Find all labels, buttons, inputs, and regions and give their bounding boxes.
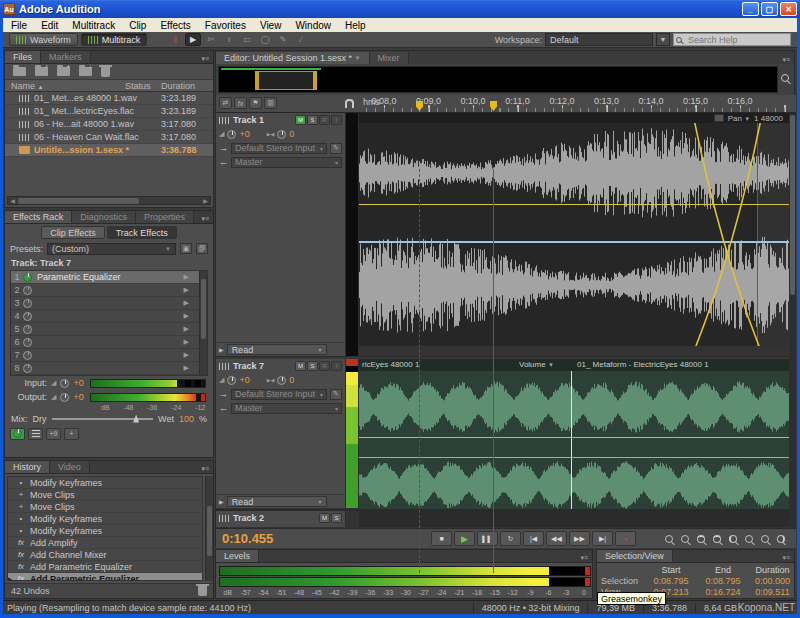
solo-button[interactable]: S (307, 361, 318, 371)
solo-button[interactable]: S (331, 513, 342, 523)
tab-markers[interactable]: Markers (41, 51, 91, 63)
pan-knob[interactable] (277, 130, 286, 139)
zoom-out-horizontal-button[interactable] (710, 532, 724, 546)
mix-slider-handle[interactable] (133, 415, 139, 423)
track-output-select[interactable]: Master▾ (231, 403, 342, 414)
tab-selection-view[interactable]: Selection/View (597, 550, 673, 562)
navigator-zoom-icon[interactable] (778, 71, 792, 85)
tab-history[interactable]: History (5, 461, 50, 473)
track7-waveform[interactable] (359, 371, 789, 509)
presets-select[interactable]: (Custom)▼ (47, 243, 176, 255)
effect-slot[interactable]: 6 ▶ (11, 336, 199, 349)
track-name[interactable]: Track 7 (233, 361, 264, 371)
power-icon[interactable] (23, 312, 32, 321)
effect-slot[interactable]: 1 Parametric Equalizer ▶ (11, 271, 199, 284)
transport-button[interactable]: ▶▶ (569, 531, 590, 546)
volume-knob[interactable] (227, 130, 236, 139)
zoom-out-button[interactable] (678, 532, 692, 546)
history-item[interactable]: • Modify Keyframes (8, 525, 202, 537)
column-duration[interactable]: Duration (161, 81, 213, 91)
panel-menu-icon[interactable]: ▾≡ (782, 554, 794, 562)
slot-arrow-icon[interactable]: ▶ (184, 338, 199, 346)
selection-view-row[interactable]: Selection 0:08.795 0:08.795 0:00.000 (597, 575, 796, 586)
solo-button[interactable]: S (307, 115, 318, 125)
power-icon[interactable] (23, 325, 32, 334)
zoom-selection-button[interactable] (742, 532, 756, 546)
power-icon[interactable] (23, 273, 32, 282)
automation-mode-select[interactable]: Read▾ (227, 496, 327, 507)
marker-icon[interactable]: ⚑ (249, 97, 262, 109)
new-item-icon[interactable]: + (57, 67, 70, 76)
envelope-select[interactable]: Volume ▼ (519, 360, 554, 369)
rack-power-button[interactable] (10, 428, 25, 440)
envelope-select[interactable]: Pan ▼ (728, 114, 750, 123)
history-item[interactable]: • Modify Keyframes (8, 513, 202, 525)
input-gain-knob[interactable] (60, 379, 69, 388)
mute-button[interactable]: M (295, 115, 306, 125)
menu-item[interactable]: Edit (34, 20, 65, 31)
track-input-select[interactable]: Default Stereo Input▾ (231, 143, 327, 154)
tool-button[interactable]: ▶ (185, 33, 201, 46)
input-edit-icon[interactable]: ✎ (330, 389, 342, 400)
minimize-button[interactable]: _ (742, 2, 759, 16)
power-icon[interactable] (23, 299, 32, 308)
menu-item[interactable]: View (253, 20, 289, 31)
history-item[interactable]: • Modify Keyframes (8, 477, 202, 489)
zoom-in-button[interactable] (662, 532, 676, 546)
tab-properties[interactable]: Properties (136, 211, 194, 223)
crossfade-icon[interactable]: ⇄ (219, 97, 232, 109)
effect-slot[interactable]: 3 ▶ (11, 297, 199, 310)
mute-button[interactable]: M (295, 361, 306, 371)
track-effects-button[interactable]: Track Effects (107, 226, 177, 239)
track-name[interactable]: Track 1 (233, 115, 264, 125)
slot-arrow-icon[interactable]: ▶ (184, 312, 199, 320)
clip-effects-icon[interactable]: fx (234, 97, 247, 109)
clip-gain-icon[interactable] (714, 114, 724, 122)
slot-arrow-icon[interactable]: ▶ (184, 299, 199, 307)
file-row[interactable]: 06 - He...ait 48000 1.wav 3:17.080 (5, 118, 213, 131)
history-item[interactable]: fx Add Channel Mixer (8, 549, 202, 561)
save-preset-icon[interactable]: ▣ (180, 243, 192, 254)
track7-clip-header[interactable]: ricEyes 48000 1 Volume ▼ 01_ Metaform - … (359, 359, 789, 371)
menu-item[interactable]: Clip (122, 20, 153, 31)
volume-knob[interactable] (227, 376, 236, 385)
add-effect-button[interactable]: + (64, 428, 79, 440)
zoom-out-full-button[interactable] (758, 532, 772, 546)
arm-record-button[interactable]: R (319, 361, 330, 371)
arm-record-button[interactable]: R (319, 115, 330, 125)
waveform-view-button[interactable]: Waveform (9, 33, 78, 46)
track-output-select[interactable]: Master▾ (231, 157, 342, 168)
timeline-ruler[interactable]: ⇄ fx ⚑ ▥ hms 0:08,00:09,00:10,00:11,00:1… (216, 95, 796, 113)
tool-button[interactable]: I (221, 33, 237, 46)
effect-slot[interactable]: 7 ▶ (11, 349, 199, 362)
insert-into-multitrack-icon[interactable]: ↓ (79, 67, 92, 76)
panel-menu-icon[interactable]: ▾≡ (201, 465, 213, 473)
panel-menu-icon[interactable]: ▾≡ (782, 56, 794, 64)
tab-diagnostics[interactable]: Diagnostics (72, 211, 136, 223)
import-media-icon[interactable]: ♪ (35, 67, 48, 76)
slot-arrow-icon[interactable]: ▶ (184, 364, 199, 372)
transport-button[interactable]: ■ (431, 531, 452, 546)
pre-fader-button[interactable]: +9 (46, 428, 61, 440)
monitor-input-button[interactable]: I (331, 115, 342, 125)
trash-icon[interactable] (101, 67, 110, 77)
track1-waveform[interactable] (359, 123, 789, 346)
output-gain-knob[interactable] (60, 393, 69, 402)
editor-vscrollbar[interactable] (789, 113, 796, 528)
slot-arrow-icon[interactable]: ▶ (184, 273, 199, 281)
history-vscrollbar[interactable] (205, 476, 213, 581)
tool-button[interactable]: ▮ (167, 33, 183, 46)
history-item[interactable]: fx Add Parametric Equalizer (8, 561, 202, 573)
power-icon[interactable] (23, 338, 32, 347)
transport-button[interactable]: ▌▌ (477, 531, 498, 546)
tab-effects-rack[interactable]: Effects Rack (5, 211, 72, 223)
effect-slot[interactable]: 4 ▶ (11, 310, 199, 323)
menu-item[interactable]: Effects (153, 20, 197, 31)
file-row[interactable]: 01_ Met...es 48000 1.wav 3:23.189 (5, 92, 213, 105)
transport-button[interactable]: ↻ (500, 531, 521, 546)
mix-slider[interactable] (52, 418, 154, 420)
tool-button[interactable]: ✄ (203, 33, 219, 46)
zoom-in-horizontal-button[interactable] (694, 532, 708, 546)
track-name[interactable]: Track 2 (233, 513, 264, 523)
maximize-button[interactable]: ▢ (761, 2, 778, 16)
